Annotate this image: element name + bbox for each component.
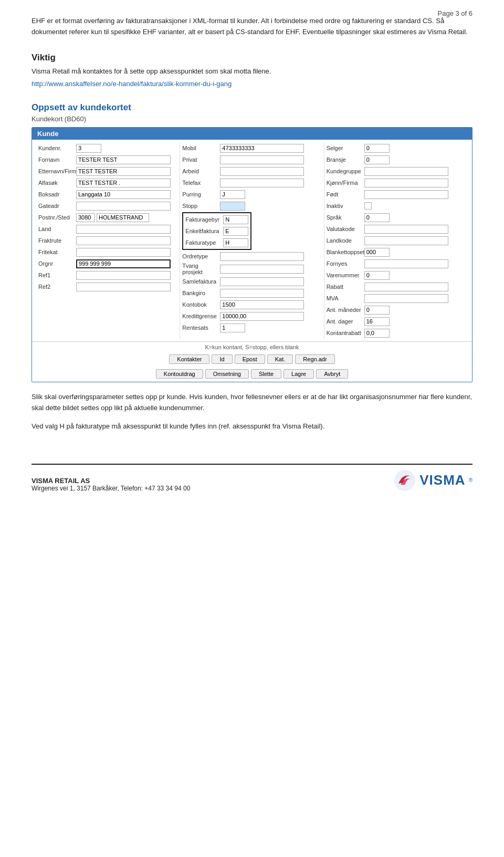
form-col-middle: Mobil Privat Arbeid Telefax Purring [180,143,323,339]
field-gateadr: Gateadr [38,201,177,211]
input-bankgiro[interactable] [220,289,304,298]
input-fakturatype[interactable] [223,238,248,247]
input-fodt[interactable] [364,190,448,199]
label-orgnr: Orgnr [38,260,76,267]
field-privat: Privat [182,154,321,165]
input-land[interactable] [76,225,171,234]
input-telefax[interactable] [220,179,304,187]
input-etternavn[interactable] [76,167,171,176]
btn-kontoutdrag[interactable]: Kontoutdrag [156,369,203,379]
input-selger[interactable] [364,144,390,153]
field-ref1: Ref1 [38,270,177,280]
input-kontobok[interactable] [220,300,304,309]
label-kredittgrense: Kredittgrense [182,313,220,319]
input-mobil[interactable] [220,144,304,153]
input-sprak[interactable] [364,213,390,222]
label-alfasok: Alfasøk [38,180,76,186]
input-ant-dager[interactable] [364,317,390,326]
input-mva[interactable] [364,294,448,303]
input-rabatt[interactable] [364,283,448,291]
input-kredittgrense[interactable] [220,312,304,321]
body-text-1: Slik skal overføringsparameter settes op… [32,392,472,414]
kunde-card-header: Kunde [32,128,472,140]
label-ant-maneder: Ant. måneder [327,307,364,313]
input-gateadr[interactable] [76,202,171,211]
input-varenummer[interactable] [364,271,390,280]
input-fakturagebyr[interactable] [223,215,248,224]
field-ref2: Ref2 [38,281,177,292]
field-kjonn: Kjønn/Firma [327,177,466,188]
input-kjonn[interactable] [364,179,448,187]
label-rabatt: Rabatt [327,284,364,290]
label-telefax: Telefax [182,180,220,186]
checkbox-inaktiv[interactable] [364,202,372,210]
input-ordretype[interactable] [220,252,304,261]
viktig-heading: Viktig [32,53,472,63]
input-ref1[interactable] [76,271,171,280]
input-fraktrute[interactable] [76,236,171,245]
label-kontantrabatt: Kontantrabatt [327,330,364,336]
field-fraktrute: Fraktrute [38,235,177,246]
label-ref1: Ref1 [38,272,76,278]
input-ref2[interactable] [76,283,171,291]
viktig-link[interactable]: http://www.anskaffelser.no/e-handel/fakt… [32,80,232,88]
label-fodt: Født [327,191,364,197]
intro-text: EHF er et format overføring av fakturatr… [32,17,468,36]
input-fritekat[interactable] [76,248,171,257]
input-fornavn[interactable] [76,155,171,164]
field-fritekat: Fritekat [38,247,177,257]
viktig-section: Viktig Visma Retail må kontaktes for å s… [32,53,472,88]
label-tvang: Tvang prosjekt [182,263,220,275]
label-kontobok: Kontobok [182,301,220,308]
input-valutakode[interactable] [364,225,448,234]
input-stopp[interactable] [220,202,245,211]
footer-left: VISMA RETAIL AS Wirgenes vei 1, 3157 Bar… [32,477,190,492]
visma-reg-symbol: ® [469,477,472,483]
field-samlefaktura: Samlefaktura [182,276,321,287]
input-blankettoppsett[interactable] [364,248,390,257]
btn-kontakter[interactable]: Kontakter [169,354,209,364]
input-privat[interactable] [220,155,304,164]
input-kundenr[interactable] [76,144,101,153]
visma-logo: VISMA ® [393,469,472,492]
label-land: Land [38,226,76,232]
field-fakturatype: Fakturatype [185,237,248,248]
input-enkeltfaktura[interactable] [223,227,248,236]
btn-id[interactable]: Id [212,354,232,364]
highlight-group: Fakturagebyr Enkeltfaktura Fakturatype [182,212,251,250]
input-tvang[interactable] [220,265,304,274]
input-postnr[interactable] [76,213,95,222]
field-blankettoppsett: Blankettoppsett [327,247,466,257]
label-etternavn: Etternavn/Firma [38,168,76,174]
input-orgnr[interactable] [76,259,171,268]
visma-swoosh-icon [393,469,416,492]
label-fornavn: Fornavn [38,156,76,163]
label-purring: Purring [182,191,220,197]
btn-epost[interactable]: Epost [235,354,265,364]
btn-slette[interactable]: Slette [251,369,281,379]
input-sted[interactable] [97,213,149,222]
field-arbeid: Arbeid [182,166,321,176]
input-kundegruppe[interactable] [364,167,448,176]
input-purring[interactable] [220,190,245,199]
btn-regnadr[interactable]: Regn.adr [295,354,334,364]
btn-omsetning[interactable]: Omsetning [205,369,249,379]
input-arbeid[interactable] [220,167,304,176]
label-valutakode: Valutakode [327,226,364,232]
btn-lagre[interactable]: Lagre [284,369,314,379]
input-alfasok[interactable] [76,179,171,187]
field-stopp: Stopp [182,201,321,211]
field-land: Land [38,224,177,234]
input-fornyes[interactable] [364,259,448,268]
input-ant-maneder[interactable] [364,306,390,315]
label-gateadr: Gateadr [38,203,76,209]
btn-avbryt[interactable]: Avbryt [316,369,348,379]
btn-kat[interactable]: Kat. [267,354,293,364]
input-boksadr[interactable] [76,190,171,199]
input-landkode[interactable] [364,236,448,245]
input-rentesats[interactable] [220,323,245,332]
input-bransje[interactable] [364,155,390,164]
label-kundenr: Kundenr. [38,145,76,151]
input-samlefaktura[interactable] [220,277,304,286]
input-kontantrabatt[interactable] [364,329,390,338]
